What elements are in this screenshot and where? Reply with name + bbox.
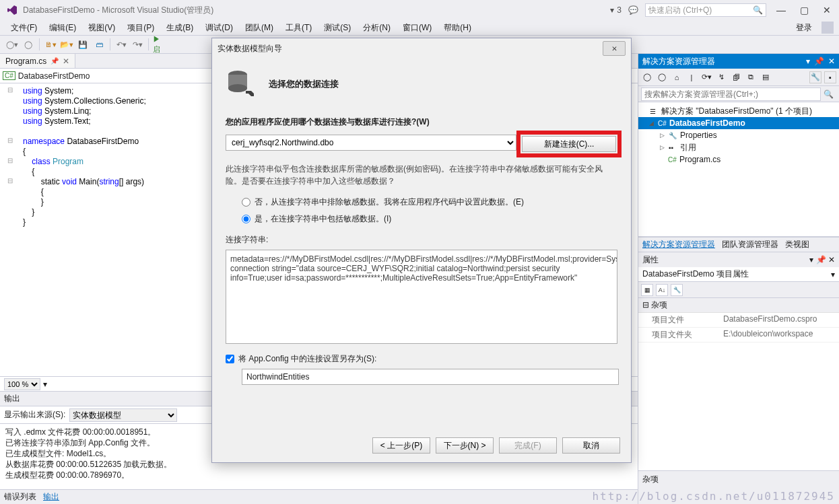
save-settings-checkbox[interactable]: 将 App.Config 中的连接设置另存为(S): bbox=[226, 353, 617, 365]
new-connection-button[interactable]: 新建连接(C)... bbox=[522, 136, 616, 152]
menu-bar: 文件(F) 编辑(E) 视图(V) 项目(P) 生成(B) 调试(D) 团队(M… bbox=[0, 20, 839, 35]
menu-window[interactable]: 窗口(W) bbox=[397, 21, 437, 35]
code-content[interactable]: using System; using System.Collections.G… bbox=[20, 83, 146, 376]
tree-solution[interactable]: ☰解决方案 "DatabaseFirstDemo" (1 个项目) bbox=[638, 105, 839, 117]
collapse-icon[interactable]: ⧉ bbox=[745, 71, 757, 83]
svg-point-1 bbox=[228, 84, 247, 92]
fold-icon[interactable]: ⊟ bbox=[0, 137, 20, 147]
refresh-icon[interactable]: ⟳▾ bbox=[700, 71, 712, 83]
show-all-icon[interactable]: 🗐 bbox=[730, 71, 742, 83]
menu-debug[interactable]: 调试(D) bbox=[200, 21, 238, 35]
prev-button[interactable]: < 上一步(P) bbox=[372, 437, 430, 454]
menu-view[interactable]: 视图(V) bbox=[83, 21, 121, 35]
menu-help[interactable]: 帮助(H) bbox=[438, 21, 477, 35]
settings-name-input[interactable]: NorthwindEntities bbox=[242, 369, 619, 385]
window-title: DatabaseFirstDemo - Microsoft Visual Stu… bbox=[23, 5, 213, 16]
tab-output[interactable]: 输出 bbox=[43, 491, 59, 503]
fold-icon[interactable]: ⊟ bbox=[0, 86, 20, 96]
references-icon: ▪▪ bbox=[669, 144, 678, 151]
fold-icon[interactable]: ⊟ bbox=[0, 157, 20, 167]
notification-flag[interactable]: ▾ 3 bbox=[610, 5, 622, 15]
next-button[interactable]: 下一步(N) > bbox=[436, 437, 494, 454]
connection-string-box[interactable]: metadata=res://*/MyDBFirstModel.csdl|res… bbox=[226, 250, 617, 344]
menu-project[interactable]: 项目(P) bbox=[122, 21, 160, 35]
panel-close-icon[interactable]: ✕ bbox=[828, 57, 835, 66]
radio-exclude[interactable]: 否，从连接字符串中排除敏感数据。我将在应用程序代码中设置此数据。(E) bbox=[226, 194, 617, 211]
tab-solution-explorer[interactable]: 解决方案资源管理器 bbox=[642, 239, 715, 250]
namespace-label[interactable]: DatabaseFirstDemo bbox=[18, 71, 90, 81]
panel-dropdown-icon[interactable]: ▾ bbox=[806, 57, 810, 66]
tab-error-list[interactable]: 错误列表 bbox=[4, 491, 36, 503]
highlight-box: 新建连接(C)... bbox=[521, 135, 617, 153]
menu-tools[interactable]: 工具(T) bbox=[280, 21, 317, 35]
menu-test[interactable]: 测试(S) bbox=[318, 21, 356, 35]
solution-tree[interactable]: ☰解决方案 "DatabaseFirstDemo" (1 个项目) ◢C#Dat… bbox=[638, 102, 839, 237]
se-search-input[interactable] bbox=[641, 87, 821, 101]
dialog-close-button[interactable]: ⨉ bbox=[603, 41, 626, 56]
panel-dropdown-icon[interactable]: ▾ bbox=[809, 255, 813, 264]
save-icon[interactable]: 💾 bbox=[76, 38, 90, 51]
sign-in-link[interactable]: 登录 bbox=[791, 21, 817, 35]
se-toolbar: ◯◯ ⌂| ⟳▾ ↯ 🗐 ⧉ ▤ 🔧 ▪ bbox=[638, 69, 839, 86]
finish-button[interactable]: 完成(F) bbox=[499, 437, 557, 454]
home-icon[interactable]: ⌂ bbox=[671, 71, 683, 83]
solution-explorer-header: 解决方案资源管理器 ▾📌✕ bbox=[638, 54, 839, 69]
close-tab-icon[interactable]: ✕ bbox=[63, 57, 69, 66]
back-icon[interactable]: ◯▾ bbox=[5, 38, 19, 51]
open-icon[interactable]: 📂▾ bbox=[60, 38, 73, 51]
avatar-icon[interactable] bbox=[821, 22, 834, 34]
menu-team[interactable]: 团队(M) bbox=[240, 21, 279, 35]
output-line: 生成模型花费 00:00:00.7896970。 bbox=[5, 470, 632, 480]
wrench-icon[interactable]: 🔧 bbox=[809, 71, 821, 83]
new-project-icon[interactable]: 🗎▾ bbox=[44, 38, 57, 51]
menu-file[interactable]: 文件(F) bbox=[5, 21, 42, 35]
sync-icon[interactable]: ↯ bbox=[715, 71, 727, 83]
panel-close-icon[interactable]: ✕ bbox=[828, 255, 835, 264]
more-icon[interactable]: ▪ bbox=[824, 71, 836, 83]
panel-pin-icon[interactable]: 📌 bbox=[814, 57, 824, 66]
tab-class-view[interactable]: 类视图 bbox=[785, 239, 809, 250]
tree-properties[interactable]: ▷🔧Properties bbox=[638, 129, 839, 141]
fold-icon[interactable]: ⊟ bbox=[0, 177, 20, 187]
fwd-icon[interactable]: ◯ bbox=[656, 71, 668, 83]
forward-icon[interactable]: ◯ bbox=[22, 38, 35, 51]
property-grid[interactable]: ⊟ 杂项 项目文件DatabaseFirstDemo.cspro 项目文件夹E:… bbox=[638, 298, 839, 470]
tree-file-program[interactable]: C#Program.cs bbox=[638, 153, 839, 166]
pin-icon[interactable]: 📌 bbox=[51, 57, 59, 65]
property-category[interactable]: ⊟ 杂项 bbox=[638, 298, 839, 313]
csharp-file-icon: C# bbox=[668, 156, 677, 164]
properties-icon[interactable]: ▤ bbox=[760, 71, 772, 83]
radio-include[interactable]: 是，在连接字符串中包括敏感数据。(I) bbox=[226, 211, 617, 227]
cancel-button[interactable]: 取消 bbox=[562, 437, 620, 454]
zoom-dropdown-icon[interactable]: ▾ bbox=[43, 380, 47, 389]
back-icon[interactable]: ◯ bbox=[641, 71, 653, 83]
tab-program-cs[interactable]: Program.cs 📌 ✕ bbox=[0, 54, 75, 68]
categorized-icon[interactable]: ▦ bbox=[641, 284, 653, 296]
property-row: 项目文件DatabaseFirstDemo.cspro bbox=[638, 313, 839, 328]
menu-analyze[interactable]: 分析(N) bbox=[358, 21, 396, 35]
search-icon[interactable]: 🔍 bbox=[821, 89, 836, 99]
undo-icon[interactable]: ↶▾ bbox=[114, 38, 128, 51]
tree-project[interactable]: ◢C#DatabaseFirstDemo bbox=[638, 117, 839, 129]
maximize-button[interactable]: ▢ bbox=[796, 5, 812, 15]
properties-object-combo[interactable]: DatabaseFirstDemo 项目属性▾ bbox=[638, 267, 839, 282]
close-button[interactable]: ✕ bbox=[819, 5, 835, 15]
database-icon bbox=[226, 68, 258, 100]
start-debug-button[interactable]: ▶ 启 bbox=[153, 38, 166, 51]
menu-build[interactable]: 生成(B) bbox=[161, 21, 199, 35]
save-all-icon[interactable]: 🗃 bbox=[92, 38, 106, 51]
minimize-button[interactable]: — bbox=[773, 5, 789, 15]
connection-select[interactable]: cerj_wyf\sqr2.Northwind.dbo bbox=[226, 135, 516, 151]
output-source-select[interactable]: 实体数据模型 bbox=[69, 408, 177, 422]
tree-references[interactable]: ▷▪▪引用 bbox=[638, 141, 839, 153]
alphabetical-icon[interactable]: A↓ bbox=[656, 284, 668, 296]
zoom-select[interactable]: 100 % bbox=[4, 378, 40, 390]
menu-edit[interactable]: 编辑(E) bbox=[44, 21, 81, 35]
tab-team-explorer[interactable]: 团队资源管理器 bbox=[722, 239, 778, 250]
feedback-icon[interactable]: 💬 bbox=[628, 5, 638, 15]
watermark: http://blog.csdn.net/u011872945 bbox=[592, 490, 835, 503]
wrench-icon[interactable]: 🔧 bbox=[671, 284, 683, 296]
panel-pin-icon[interactable]: 📌 bbox=[816, 255, 826, 264]
redo-icon[interactable]: ↷▾ bbox=[131, 38, 144, 51]
quick-launch-input[interactable]: 快速启动 (Ctrl+Q) 🔍 bbox=[645, 3, 766, 17]
